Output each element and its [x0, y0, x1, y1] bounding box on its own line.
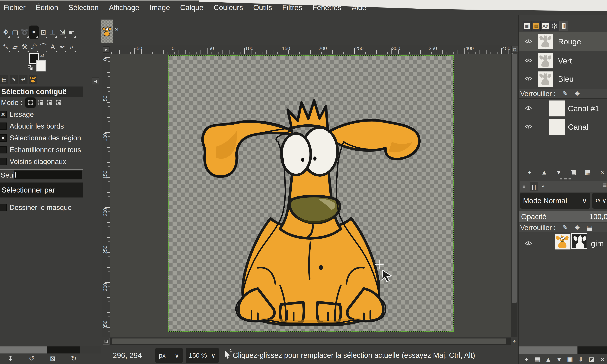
horizontal-ruler[interactable]: -50050100150200250300350400450 — [110, 45, 518, 54]
option-selectionne-des-regions[interactable]: ×Sélectionne des région — [0, 132, 83, 144]
threshold-track[interactable] — [14, 170, 82, 180]
tab-layers-small[interactable]: ≡ — [520, 182, 528, 191]
eye-icon[interactable] — [525, 39, 532, 44]
tool-zoom[interactable]: ⌕ — [67, 40, 76, 54]
left-dock-resize-strip[interactable] — [0, 346, 101, 353]
menu-item-fichier[interactable]: Fichier — [3, 2, 26, 13]
eye-icon[interactable] — [525, 124, 532, 130]
layer-mode-dropdown[interactable]: Mode Normal ∨ — [520, 193, 590, 209]
menu-item-edition[interactable]: Édition — [35, 2, 59, 13]
checkbox-dessiner-le-masque[interactable] — [0, 204, 7, 211]
tab-undo-history[interactable]: ↩ — [19, 75, 27, 84]
tab-patterns[interactable]: ▦ — [532, 21, 540, 31]
reset-options-button[interactable]: ↻ — [63, 354, 84, 363]
channel-row-rouge[interactable]: Rouge — [519, 32, 607, 51]
lock-icon-0[interactable]: ✎ — [563, 224, 568, 231]
tab-brushes[interactable]: ▣ — [523, 21, 531, 31]
option-echantillonner-sur-tous[interactable]: Échantillonner sur tous — [0, 144, 83, 156]
tab-tool-options[interactable]: ▤ — [0, 75, 8, 84]
tool-crop[interactable]: ⊡ — [39, 26, 48, 39]
unit-dropdown[interactable]: px ∨ — [155, 348, 183, 363]
horizontal-scrollbar[interactable] — [110, 338, 511, 345]
tool-paths[interactable]: ⌒ — [39, 40, 48, 54]
channel-row-bleu[interactable]: Bleu — [519, 70, 607, 88]
threshold-slider[interactable]: Seuil — [0, 170, 83, 180]
raise-layer-button[interactable]: ▲ — [543, 355, 554, 364]
vertical-scrollbar[interactable] — [511, 54, 517, 337]
eye-icon[interactable] — [525, 106, 532, 111]
delete-layer-button[interactable]: × — [597, 355, 607, 364]
mode-add-button[interactable] — [38, 99, 44, 106]
tool-text[interactable]: A — [48, 40, 57, 54]
delete-channel-button[interactable]: × — [595, 167, 607, 177]
select-by-dropdown[interactable]: Sélectionner par — [0, 182, 83, 198]
zoom-fit-button[interactable]: ▢ — [511, 46, 518, 53]
tool-ink[interactable]: ✒ — [57, 40, 67, 54]
lock-icon-2[interactable]: ▦ — [587, 224, 593, 231]
option-lissage[interactable]: ×Lissage — [0, 108, 83, 120]
tab-channels-small[interactable]: ||| — [530, 182, 538, 191]
opacity-slider[interactable]: Opacité 100,0 — [519, 211, 607, 222]
tool-unified-transform[interactable]: ⊥ — [48, 26, 57, 39]
lock-icon-0[interactable]: ✎ — [563, 90, 568, 97]
option-dessiner-le-masque[interactable]: Dessiner le masque — [0, 203, 83, 212]
new-group-button[interactable]: ▤ — [532, 355, 543, 364]
merge-down-button[interactable]: ⇓ — [575, 355, 586, 364]
menu-item-selection[interactable]: Sélection — [68, 2, 99, 13]
duplicate-layer-button[interactable]: ▣ — [565, 355, 575, 364]
lock-icon-1[interactable]: ✥ — [574, 90, 580, 97]
background-color-swatch[interactable] — [36, 60, 46, 71]
delete-options-button[interactable]: ⊠ — [42, 354, 63, 363]
tool-smudge[interactable]: ☄ — [29, 40, 39, 54]
checkbox-selectionne-des-regions[interactable]: × — [0, 134, 7, 142]
tab-paths-small[interactable]: ∿ — [540, 182, 548, 191]
vertical-ruler[interactable]: 050100150200250300350 — [102, 54, 110, 337]
checkbox-echantillonner-sur-tous[interactable] — [0, 146, 7, 154]
duplicate-channel-button[interactable]: ▣ — [566, 167, 580, 177]
eye-icon[interactable] — [525, 58, 532, 64]
zoom-dropdown[interactable]: 150 % ∨ — [186, 348, 219, 363]
vertical-scrollbar-thumb[interactable] — [512, 54, 517, 303]
quick-mask-toggle[interactable] — [103, 338, 109, 345]
tool-clone[interactable]: ⚒ — [20, 40, 29, 54]
tab-device-status[interactable]: ✎ — [10, 75, 18, 84]
tool-handle-transform[interactable]: ⇲ — [57, 26, 67, 39]
layer-thumbnail[interactable] — [555, 234, 570, 249]
eye-icon[interactable] — [525, 241, 532, 247]
channel-row-canal-1[interactable]: Canal #1 — [519, 100, 607, 117]
option-adoucir-les-bords[interactable]: Adoucir les bords — [0, 120, 83, 132]
menu-item-calque[interactable]: Calque — [180, 2, 204, 13]
tab-document-history[interactable]: ? — [550, 21, 559, 31]
tab-image-thumbnail[interactable] — [29, 75, 37, 84]
layer-row[interactable]: gim — [519, 233, 607, 254]
mode-subtract-button[interactable] — [46, 99, 53, 106]
navigation-button[interactable]: ✥ — [511, 338, 517, 345]
lower-channel-button[interactable]: ▼ — [552, 167, 566, 177]
menu-item-image[interactable]: Image — [149, 2, 171, 13]
add-mask-button[interactable]: ◪ — [586, 355, 597, 364]
layer-mask-thumbnail[interactable] — [571, 233, 587, 249]
channel-to-selection-button[interactable]: ▦ — [580, 167, 595, 177]
checkbox-lissage[interactable]: × — [0, 111, 7, 118]
layer-checkerboard[interactable] — [168, 56, 453, 331]
mode-intersect-button[interactable] — [55, 99, 62, 106]
channel-row-vert[interactable]: Vert — [519, 52, 607, 70]
mode-replace-button[interactable] — [25, 97, 36, 108]
lower-layer-button[interactable]: ▼ — [554, 355, 565, 364]
tool-fuzzy-select[interactable]: ✶ — [29, 26, 39, 39]
tool-paintbrush[interactable]: ✎ — [1, 40, 10, 54]
new-channel-button[interactable]: + — [522, 167, 537, 177]
tab-channels[interactable]: ||| — [559, 21, 568, 31]
tool-eraser[interactable]: ▱ — [10, 40, 20, 54]
menu-item-fenetres[interactable]: Fenêtres — [312, 2, 342, 13]
swap-colors-icon[interactable]: ⇄ — [40, 53, 44, 58]
new-layer-button[interactable]: + — [521, 355, 532, 364]
tool-warp[interactable]: ☛ — [67, 26, 76, 39]
menu-item-affichage[interactable]: Affichage — [108, 2, 140, 13]
checkbox-adoucir-les-bords[interactable] — [0, 122, 7, 130]
dock-splitter[interactable] — [560, 178, 571, 180]
raise-channel-button[interactable]: ▲ — [537, 167, 552, 177]
menu-item-filtres[interactable]: Filtres — [282, 2, 303, 13]
channel-row-canal[interactable]: Canal — [519, 118, 607, 136]
tool-move[interactable]: ✥ — [1, 26, 10, 39]
